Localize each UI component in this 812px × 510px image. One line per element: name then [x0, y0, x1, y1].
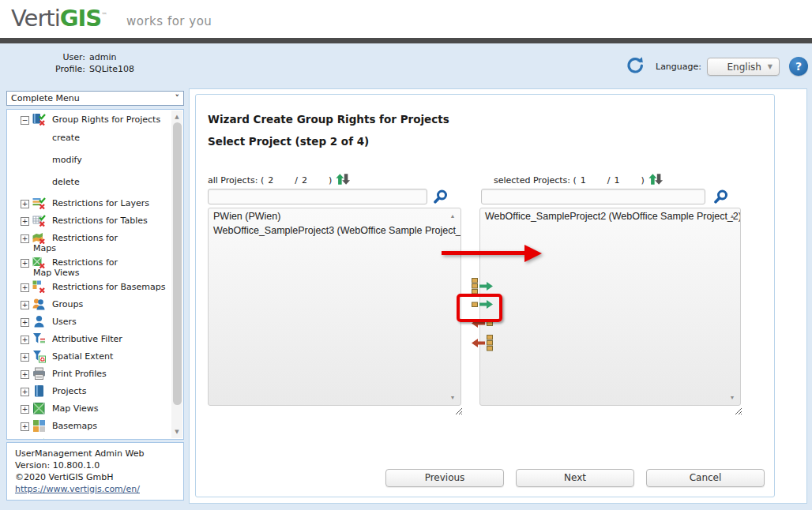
expand-icon[interactable]: + [21, 388, 29, 396]
language-dropdown[interactable]: English ▼ [707, 58, 780, 76]
tree-item-label[interactable]: Restrictions for Basemaps [52, 282, 165, 292]
arrow-right-icon [479, 282, 493, 291]
tree-item[interactable]: +Print Profiles [7, 366, 169, 383]
expand-icon[interactable]: + [21, 405, 29, 414]
expand-icon[interactable]: + [21, 217, 29, 226]
tree-item[interactable]: +Projects [7, 383, 169, 400]
logo-tagline: works for you [126, 14, 212, 28]
resize-grip-icon[interactable] [735, 407, 742, 415]
all-projects-items: PWien (PWien)WebOffice_SampleProject3 (W… [209, 208, 461, 237]
expand-icon[interactable]: + [21, 422, 29, 431]
scroll-up-icon[interactable]: ▲ [727, 213, 738, 219]
resize-grip-icon[interactable] [455, 407, 463, 415]
map-views-icon [32, 402, 46, 415]
tree-item-label[interactable]: Restrictions for Layers [52, 198, 149, 208]
tree-item[interactable]: +Map Views [7, 400, 169, 418]
scroll-down-icon[interactable]: ▼ [171, 429, 182, 435]
expand-icon[interactable]: + [21, 353, 29, 362]
tree-subitem[interactable]: create [7, 129, 169, 151]
move-selected-left-button[interactable] [472, 319, 493, 328]
vertigis-logo: VertiGIS™ [11, 5, 107, 32]
tree-item[interactable]: +Users [7, 313, 169, 331]
tree-subitem[interactable]: modify [7, 151, 169, 173]
expand-icon[interactable]: + [21, 370, 29, 379]
tree-subitem[interactable]: delete [7, 173, 169, 195]
all-projects-search-input[interactable] [208, 189, 427, 204]
tree-item[interactable]: −Group Rights for Projects [7, 111, 169, 129]
group-rights-for-projects-icon [32, 113, 46, 126]
tree-item[interactable]: +Restrictions for Layers [7, 195, 169, 212]
tree-item[interactable]: +Spatial Extent [7, 348, 169, 366]
search-icon[interactable] [713, 189, 728, 204]
tree-item[interactable]: +Attributive Filter [7, 331, 169, 348]
tree-item[interactable]: +Restrictions forMap Views [7, 254, 169, 279]
tree-item-label[interactable]: Spatial Extent [52, 351, 113, 362]
move-selected-right-button[interactable] [472, 300, 493, 309]
tree-item-label[interactable]: Groups [52, 299, 83, 309]
tree-item-label[interactable]: Restrictions for Tables [52, 216, 148, 226]
tree-item[interactable]: +Basemaps [7, 418, 169, 435]
tree-item-label[interactable]: Restrictions forMap Views [33, 257, 118, 278]
tree-item-label[interactable]: Map Views [52, 403, 99, 414]
collapse-icon[interactable]: − [21, 116, 29, 125]
copyright: ©2020 VertiGIS GmbH [15, 471, 175, 483]
selected-projects-list[interactable]: WebOffice_SampleProject2 (WebOffice Samp… [479, 208, 741, 406]
list-item[interactable]: WebOffice_SampleProject2 (WebOffice Samp… [480, 208, 740, 223]
previous-button[interactable]: Previous [385, 469, 504, 487]
user-label: User: [28, 52, 85, 62]
chevron-down-icon: ▼ [768, 63, 773, 70]
selected-projects-label: selected Projects: [494, 175, 570, 186]
all-projects-header: all Projects: ( 2/ 2) [208, 173, 351, 188]
scroll-up-icon[interactable]: ▲ [171, 114, 182, 120]
expand-icon[interactable]: + [21, 318, 29, 327]
search-icon[interactable] [433, 189, 448, 204]
tree-item[interactable]: +Restrictions for Tables [7, 212, 169, 230]
move-all-right-button[interactable] [472, 278, 493, 294]
tree-scrollbar[interactable]: ▲ ▼ [171, 111, 182, 438]
print-profiles-icon [32, 367, 46, 381]
attributive-filter-icon [32, 332, 46, 346]
header-divider-bar [0, 38, 812, 43]
expand-icon[interactable]: + [21, 301, 29, 309]
move-all-left-button[interactable] [472, 335, 493, 351]
refresh-icon[interactable] [625, 56, 644, 75]
expand-icon[interactable]: + [21, 259, 29, 268]
scrollbar-thumb[interactable] [173, 122, 182, 405]
scroll-down-icon[interactable]: ▼ [727, 395, 738, 400]
user-value: admin [89, 52, 134, 62]
restrictions-for-basemaps-icon [32, 280, 46, 294]
tree-item[interactable]: +Maps [7, 435, 169, 440]
vendor-link[interactable]: https://www.vertigis.com/en/ [15, 484, 140, 494]
list-item[interactable]: WebOffice_SampleProject3 (WebOffice Samp… [209, 223, 461, 237]
scroll-down-icon[interactable]: ▼ [447, 395, 458, 400]
tree-item-label[interactable]: Basemaps [52, 421, 97, 431]
tree-item-label[interactable]: Users [52, 317, 77, 327]
tree-item[interactable]: +Restrictions for Basemaps [7, 279, 169, 296]
cancel-button[interactable]: Cancel [646, 469, 765, 487]
scroll-up-icon[interactable]: ▲ [447, 213, 458, 219]
selected-projects-search-input[interactable] [481, 189, 705, 204]
tree-item-label[interactable]: Group Rights for Projects [52, 114, 160, 125]
expand-icon[interactable]: + [21, 336, 29, 344]
navigation-tree: −Group Rights for Projectscreatemodifyde… [7, 111, 169, 440]
sort-icon[interactable] [648, 173, 664, 188]
tree-item[interactable]: +Groups [7, 296, 169, 313]
tree-item-label[interactable]: Projects [52, 386, 86, 396]
list-item[interactable]: PWien (PWien) [209, 208, 461, 223]
tree-item-label[interactable]: Print Profiles [52, 369, 107, 379]
tree-item[interactable]: +Restrictions forMaps [7, 230, 169, 254]
expand-icon[interactable]: + [21, 283, 29, 292]
menu-filter-select[interactable]: Complete Menu ˅ [6, 91, 184, 106]
tree-item-label[interactable]: Maps [52, 438, 75, 440]
help-icon[interactable]: ? [789, 57, 808, 76]
next-button[interactable]: Next [516, 469, 634, 487]
tree-item-label[interactable]: Attributive Filter [52, 334, 122, 344]
all-projects-label: all Projects: [208, 175, 258, 186]
expand-icon[interactable]: + [21, 234, 29, 243]
sort-icon[interactable] [335, 173, 351, 188]
app-header: VertiGIS™ works for you [0, 0, 812, 38]
all-projects-list[interactable]: PWien (PWien)WebOffice_SampleProject3 (W… [208, 208, 461, 406]
groups-icon [32, 298, 46, 311]
expand-icon[interactable]: + [21, 200, 29, 208]
tree-item-label[interactable]: Restrictions forMaps [33, 233, 118, 253]
